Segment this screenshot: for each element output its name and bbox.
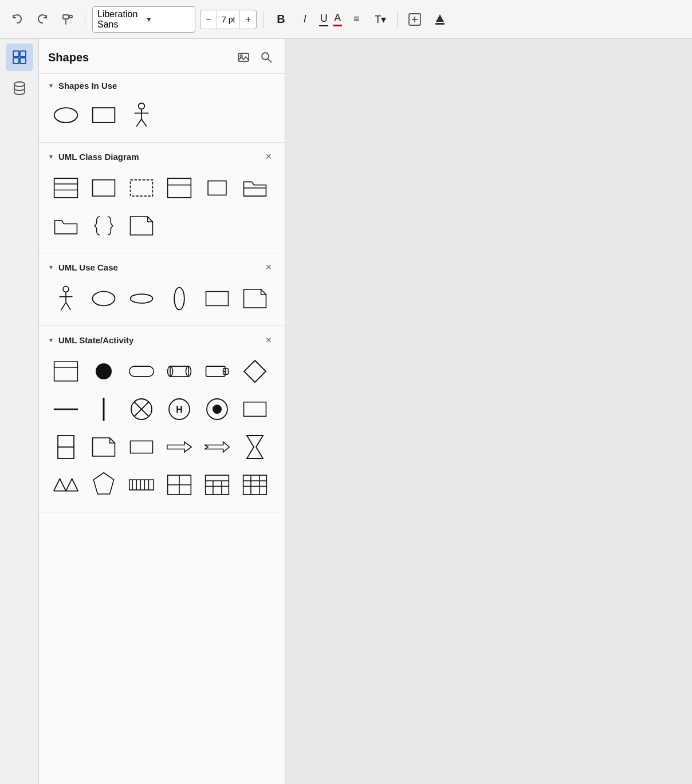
shape-note-state[interactable] — [86, 429, 121, 465]
fill-button[interactable] — [430, 9, 450, 30]
text-color-button[interactable]: A — [333, 12, 342, 26]
svg-rect-8 — [13, 58, 19, 64]
svg-point-13 — [262, 53, 269, 60]
font-selector[interactable]: Liberation Sans ▼ — [92, 6, 195, 33]
shape-class-table2[interactable] — [162, 170, 197, 206]
shape-diamond[interactable] — [237, 354, 273, 389]
section-title-uml-usecase: UML Use Case — [58, 262, 258, 272]
svg-line-20 — [136, 119, 141, 126]
shape-grid4[interactable] — [237, 467, 273, 503]
shape-pentagon[interactable] — [86, 467, 121, 503]
align-button[interactable]: ≡ — [347, 10, 366, 29]
svg-rect-40 — [54, 362, 78, 381]
font-size-decrease[interactable]: − — [200, 10, 217, 29]
uml-state-grid: H — [48, 354, 276, 503]
svg-rect-22 — [54, 178, 78, 198]
svg-rect-6 — [13, 51, 19, 57]
database-sidebar-icon[interactable] — [6, 75, 33, 102]
collapse-triangle-usecase: ▼ — [48, 264, 54, 271]
shape-folder-tab[interactable] — [237, 170, 273, 206]
shape-actor[interactable] — [124, 97, 159, 133]
svg-point-36 — [93, 292, 115, 306]
shape-ellipse[interactable] — [48, 97, 84, 133]
search-icon-button[interactable] — [257, 48, 276, 66]
insert-button[interactable] — [404, 9, 425, 30]
shape-rect-state[interactable] — [237, 391, 273, 427]
shapes-sidebar-icon[interactable] — [6, 44, 33, 71]
shape-grid2[interactable] — [162, 467, 197, 503]
shape-arrow-right[interactable] — [162, 429, 197, 465]
svg-point-37 — [131, 294, 153, 303]
svg-rect-0 — [63, 15, 69, 19]
shape-circle-x[interactable] — [124, 391, 159, 427]
svg-rect-27 — [168, 178, 191, 198]
svg-line-14 — [268, 59, 272, 62]
shape-cylinder-h[interactable] — [162, 354, 197, 389]
text-style-button[interactable]: T▾ — [371, 10, 390, 29]
shape-rect-small-class[interactable] — [199, 170, 235, 206]
shape-rect-plain-class[interactable] — [86, 170, 121, 206]
shape-filled-circle[interactable] — [86, 354, 121, 389]
shape-ellipse-tall[interactable] — [162, 281, 197, 316]
shape-hourglass[interactable] — [237, 429, 273, 465]
svg-rect-7 — [20, 51, 26, 57]
shape-cylinder-h2[interactable] — [199, 354, 235, 389]
shape-rect-state2[interactable] — [124, 429, 159, 465]
shape-rounded-rect[interactable] — [124, 354, 159, 389]
shape-ellipse-usecase[interactable] — [86, 281, 121, 316]
shape-class-table[interactable] — [48, 170, 84, 206]
svg-rect-1 — [69, 15, 72, 18]
shape-folder-open[interactable] — [48, 208, 84, 244]
underline-label: U — [320, 13, 328, 25]
uml-usecase-grid — [48, 281, 276, 316]
underline-button[interactable]: U — [319, 13, 328, 26]
shape-grid3[interactable] — [199, 467, 235, 503]
shape-arrow-notch[interactable] — [199, 429, 235, 465]
bold-button[interactable]: B — [271, 10, 290, 29]
svg-rect-60 — [244, 402, 266, 417]
shape-rect-usecase[interactable] — [199, 281, 235, 316]
image-icon-button[interactable] — [234, 48, 253, 66]
redo-button[interactable] — [32, 9, 53, 30]
sidebar-icons — [0, 39, 39, 784]
shape-h-line[interactable] — [48, 391, 84, 427]
shape-note-usecase[interactable] — [237, 281, 273, 316]
close-uml-state[interactable]: ✕ — [262, 333, 276, 347]
section-title-uml-state: UML State/Activity — [58, 335, 258, 345]
shape-actor-usecase[interactable] — [48, 281, 84, 316]
font-size-increase[interactable]: + — [240, 10, 256, 29]
shape-frame[interactable] — [48, 354, 84, 389]
divider-1 — [85, 11, 85, 28]
shape-rect-split-v[interactable] — [48, 429, 84, 465]
shape-zigzag[interactable] — [48, 467, 84, 503]
shape-rect-dashed[interactable] — [124, 170, 159, 206]
close-uml-usecase[interactable]: ✕ — [262, 260, 276, 274]
svg-rect-63 — [131, 441, 153, 453]
color-bar — [333, 25, 342, 26]
svg-rect-74 — [206, 475, 229, 495]
shape-barred-rect[interactable] — [124, 467, 159, 503]
shape-circle-h[interactable]: H — [162, 391, 197, 427]
shape-rectangle[interactable] — [86, 97, 121, 133]
canvas-area[interactable] — [285, 39, 692, 784]
font-dropdown-arrow: ▼ — [146, 15, 190, 23]
font-size-value: 7 pt — [217, 10, 240, 29]
italic-button[interactable]: I — [295, 10, 314, 29]
shape-circle-dot[interactable] — [199, 391, 235, 427]
svg-rect-29 — [208, 181, 226, 195]
shape-note-class[interactable] — [124, 208, 159, 244]
shape-v-line[interactable] — [86, 391, 121, 427]
font-size-control: − 7 pt + — [200, 10, 257, 29]
panel-title: Shapes — [48, 51, 230, 64]
format-paint-button[interactable] — [57, 9, 78, 30]
toolbar: Liberation Sans ▼ − 7 pt + B I U A ≡ T▾ — [0, 0, 692, 39]
close-uml-class[interactable]: ✕ — [262, 150, 276, 163]
undo-button[interactable] — [7, 9, 27, 30]
shapes-panel: Shapes ▼ Shapes In Use — [39, 39, 285, 784]
svg-rect-65 — [129, 480, 154, 490]
shape-ellipse-flat[interactable] — [124, 281, 159, 316]
section-uml-class: ▼ UML Class Diagram ✕ — [39, 143, 285, 253]
svg-marker-50 — [244, 360, 266, 382]
shape-curly-braces[interactable] — [86, 208, 121, 244]
divider-3 — [397, 11, 398, 28]
